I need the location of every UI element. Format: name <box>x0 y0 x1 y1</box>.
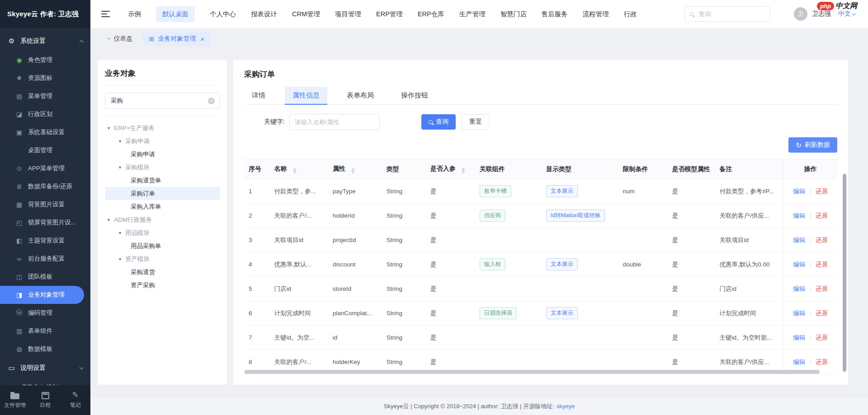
sort-desc-icon[interactable] <box>462 171 465 173</box>
caret-down-icon[interactable]: ▾ <box>108 218 110 222</box>
tree-node-ERP+生产服务[interactable]: ▾ERP+生产服务 <box>105 121 220 135</box>
nav-item-ERP仓库[interactable]: ERP仓库 <box>418 6 444 22</box>
restore-link[interactable]: 还原 <box>816 237 828 243</box>
sort-asc-icon[interactable] <box>351 168 355 170</box>
sidebar-item-角色管理[interactable]: ◉角色管理 <box>0 51 90 69</box>
tree-node-采购申请[interactable]: ▾采购申请 <box>105 135 220 148</box>
restore-link[interactable]: 还原 <box>816 285 828 292</box>
tree-node-采购模块[interactable]: ▾采购模块 <box>105 161 220 174</box>
edit-link[interactable]: 编辑 <box>793 334 805 341</box>
sidebar-item-主题背景设置[interactable]: ◧主题背景设置 <box>0 232 90 250</box>
nav-item-售后服务[interactable]: 售后服务 <box>542 6 568 22</box>
sidebar-item-编码管理[interactable]: ⓦ编码管理 <box>0 304 90 322</box>
tree-node-资产模块[interactable]: ▾资产模块 <box>105 252 220 266</box>
edit-link[interactable]: 编辑 <box>793 261 805 268</box>
avatar[interactable]: 卫 <box>794 7 807 21</box>
nav-item-生产管理[interactable]: 生产管理 <box>459 6 486 22</box>
tree-node-资产采购[interactable]: 资产采购 <box>105 279 220 292</box>
sidebar-item-表单组件[interactable]: ▥表单组件 <box>0 322 90 340</box>
restore-link[interactable]: 还原 <box>816 359 828 365</box>
sort-icon[interactable] <box>351 168 355 173</box>
tab-business-object-management[interactable]: ⊞ 业务对象管理 × <box>143 32 210 46</box>
nav-item-ERP管理[interactable]: ERP管理 <box>376 6 403 22</box>
nav-item-个人中心[interactable]: 个人中心 <box>210 6 236 22</box>
tree-node-采购申请[interactable]: 采购申请 <box>105 148 220 161</box>
tree-node-采购退货[interactable]: 采购退货 <box>105 266 220 279</box>
tree-node-采购退货单[interactable]: 采购退货单 <box>105 174 220 187</box>
restore-link[interactable]: 还原 <box>816 334 828 341</box>
tree-node-采购订单[interactable]: 采购订单 <box>105 187 220 200</box>
tab-属性信息[interactable]: 属性信息 <box>285 87 327 104</box>
sidebar-item-资源图标[interactable]: ❖资源图标 <box>0 69 90 87</box>
tree-node-采购入库单[interactable]: 采购入库单 <box>105 200 220 213</box>
sort-asc-icon[interactable] <box>462 168 465 170</box>
sidebar-item-背景图片设置[interactable]: ▦背景图片设置 <box>0 196 90 214</box>
caret-down-icon[interactable]: ▾ <box>119 231 121 235</box>
tab-详情[interactable]: 详情 <box>244 87 273 104</box>
edit-link[interactable]: 编辑 <box>793 212 805 219</box>
sidebar-item-团队模板[interactable]: ◫团队模板 <box>0 268 90 286</box>
reset-button[interactable]: 重置 <box>462 114 490 130</box>
vertical-scrollbar[interactable] <box>843 174 846 372</box>
edit-link[interactable]: 编辑 <box>793 310 805 317</box>
sort-asc-icon[interactable] <box>293 168 297 170</box>
sort-icon[interactable] <box>293 168 297 173</box>
tree-node-用品模块[interactable]: ▾用品模块 <box>105 226 220 239</box>
refresh-data-button[interactable]: ↻ 刷新数据 <box>788 137 837 153</box>
sort-desc-icon[interactable] <box>351 171 355 173</box>
query-button[interactable]: 查询 <box>421 114 456 130</box>
sidebar-item-行政区划[interactable]: ◪行政区划 <box>0 105 90 123</box>
sidebar-item-数据库备份/还原[interactable]: ≣数据库备份/还原 <box>0 177 90 196</box>
caret-down-icon[interactable]: ▾ <box>119 139 121 144</box>
tab-表单布局[interactable]: 表单布局 <box>339 87 382 104</box>
horizontal-scrollbar[interactable] <box>244 370 820 374</box>
sidebar-section-system-settings[interactable]: ⚙ 系统设置 <box>0 31 90 51</box>
restore-link[interactable]: 还原 <box>816 310 828 317</box>
dock-item-schedule[interactable]: 日程 <box>30 391 61 409</box>
nav-item-项目管理[interactable]: 项目管理 <box>335 6 361 22</box>
edit-link[interactable]: 编辑 <box>793 359 805 365</box>
nav-item-默认桌面[interactable]: 默认桌面 <box>156 6 195 22</box>
restore-link[interactable]: 还原 <box>816 261 828 268</box>
tree-node-用品采购单[interactable]: 用品采购单 <box>105 239 220 252</box>
tab-dashboard[interactable]: ◔ 仪表盘 <box>100 32 138 46</box>
menu-collapse-icon[interactable] <box>101 11 110 17</box>
sidebar-item-前台服务配置[interactable]: ∞前台服务配置 <box>0 250 90 268</box>
dock-item-file-manager[interactable]: 文件管理 <box>0 391 30 409</box>
keyword-input[interactable] <box>289 114 380 130</box>
nav-item-流程管理[interactable]: 流程管理 <box>583 6 609 22</box>
tree-node-ADM行政服务[interactable]: ▾ADM行政服务 <box>105 213 220 226</box>
nav-item-行政[interactable]: 行政 <box>624 6 637 22</box>
nav-item-智慧门店[interactable]: 智慧门店 <box>500 6 527 22</box>
caret-down-icon[interactable]: ▾ <box>119 165 121 170</box>
edit-link[interactable]: 编辑 <box>793 237 805 243</box>
footer-link[interactable]: skyeye <box>557 403 575 410</box>
sidebar-item-数据模板[interactable]: ◍数据模板 <box>0 340 90 358</box>
global-search-input[interactable] <box>698 10 765 18</box>
language-switch[interactable]: 中文 <box>838 10 855 18</box>
sidebar-item-菜单管理[interactable]: ▤菜单管理 <box>0 87 90 105</box>
sidebar-item-业务对象管理[interactable]: ◨业务对象管理 <box>0 286 84 304</box>
caret-down-icon[interactable]: ▾ <box>119 257 121 261</box>
nav-item-CRM管理[interactable]: CRM管理 <box>292 6 320 22</box>
sidebar-item-桌面管理[interactable]: 桌面管理 <box>0 141 90 159</box>
close-icon[interactable]: × <box>200 36 204 42</box>
edit-link[interactable]: 编辑 <box>793 188 805 195</box>
sort-desc-icon[interactable] <box>293 171 297 173</box>
sidebar-item-锁屏背景图片设...[interactable]: ◰锁屏背景图片设... <box>0 214 90 232</box>
tree-search-input[interactable] <box>110 97 208 105</box>
sidebar-item-系统基础设置[interactable]: ▣系统基础设置 <box>0 123 90 141</box>
nav-item-报表设计[interactable]: 报表设计 <box>251 6 277 22</box>
restore-link[interactable]: 还原 <box>816 212 828 219</box>
nav-item-示例[interactable]: 示例 <box>128 6 141 22</box>
sidebar-item-APP菜单管理[interactable]: ⊙APP菜单管理 <box>0 159 90 177</box>
restore-link[interactable]: 还原 <box>816 188 828 195</box>
edit-link[interactable]: 编辑 <box>793 285 805 292</box>
clear-icon[interactable]: × <box>208 98 215 104</box>
sort-icon[interactable] <box>462 168 465 173</box>
caret-down-icon[interactable]: ▾ <box>108 126 110 131</box>
sidebar-section-项目业务规划[interactable]: ▬项目业务规划 <box>0 378 90 385</box>
tab-操作按钮[interactable]: 操作按钮 <box>393 87 436 104</box>
sidebar-section-说明设置[interactable]: ▭说明设置 <box>0 358 90 378</box>
dock-item-notes[interactable]: ✎ 笔记 <box>60 391 90 409</box>
